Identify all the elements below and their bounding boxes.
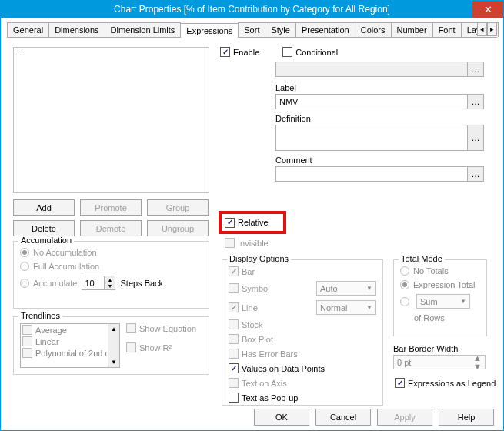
tab-style[interactable]: Style	[265, 22, 295, 37]
tab-presentation[interactable]: Presentation	[295, 22, 355, 37]
popup-checkbox[interactable]	[229, 393, 239, 403]
symbol-checkbox	[229, 283, 239, 293]
tab-expressions[interactable]: Expressions	[180, 23, 239, 38]
tab-general[interactable]: General	[7, 22, 49, 37]
stock-label: Stock	[242, 320, 263, 329]
symbol-combo[interactable]: Auto▼	[316, 281, 376, 296]
titlebar: Chart Properties [% of Item Contribution…	[1, 1, 503, 18]
invisible-label: Invisible	[238, 239, 269, 248]
trend-poly2-checkbox	[22, 348, 32, 358]
legend-checkbox[interactable]	[395, 378, 405, 388]
values-checkbox[interactable]	[229, 363, 239, 373]
demote-button: Demote	[80, 220, 142, 236]
tab-sort[interactable]: Sort	[238, 22, 265, 37]
group-button: Group	[147, 199, 209, 216]
spin-up-icon[interactable]: ▲	[473, 354, 482, 363]
accumulate-n-label: Accumulate	[33, 279, 77, 288]
dialog-footer: OK Cancel Apply Help	[1, 409, 503, 426]
accumulate-n-radio	[20, 279, 29, 288]
no-totals-radio	[400, 266, 409, 276]
display-options-title: Display Options	[227, 254, 291, 263]
errorbars-label: Has Error Bars	[242, 349, 298, 359]
trend-average-checkbox	[22, 325, 32, 335]
label-browse-button[interactable]: …	[467, 94, 484, 109]
chart-properties-dialog: Chart Properties [% of Item Contribution…	[0, 0, 504, 431]
steps-back-label: Steps Back	[120, 279, 163, 288]
tab-number[interactable]: Number	[391, 22, 433, 37]
full-accumulation-radio	[20, 262, 29, 271]
invisible-checkbox	[225, 238, 235, 248]
comment-input[interactable]	[275, 166, 468, 182]
tab-scroll-left[interactable]: ◂	[477, 22, 487, 36]
boxplot-label: Box Plot	[242, 335, 273, 344]
relative-highlight: Relative	[219, 211, 286, 234]
definition-field-label: Definition	[275, 114, 486, 123]
of-rows-label: of Rows	[414, 313, 445, 322]
line-combo[interactable]: Normal▼	[316, 300, 376, 315]
tab-strip: General Dimensions Dimension Limits Expr…	[7, 22, 497, 38]
label-input[interactable]: NMV	[275, 94, 468, 109]
enable-checkbox[interactable]	[220, 47, 230, 57]
invisible-option: Invisible	[225, 238, 269, 248]
promote-button: Promote	[80, 199, 142, 216]
cancel-button[interactable]: Cancel	[315, 409, 371, 426]
trendlines-title: Trendlines	[18, 311, 62, 320]
delete-button[interactable]: Delete	[13, 220, 75, 236]
definition-browse-button[interactable]: …	[467, 125, 484, 151]
popup-label: Text as Pop-up	[242, 393, 298, 403]
tree-item[interactable]: ⋯	[17, 51, 205, 59]
trendlines-group: Trendlines Average Linear Polynomial of …	[13, 316, 209, 375]
apply-button: Apply	[377, 409, 432, 426]
relative-label: Relative	[238, 218, 269, 227]
symbol-label: Symbol	[242, 284, 270, 293]
bar-border-label: Bar Border Width	[393, 344, 487, 353]
no-totals-label: No Totals	[413, 266, 449, 276]
line-checkbox	[229, 302, 239, 312]
comment-browse-button[interactable]: …	[467, 166, 484, 182]
expression-buttons: Add Promote Group Delete Demote Ungroup	[13, 199, 209, 236]
full-accumulation-label: Full Accumulation	[33, 262, 99, 271]
sum-combo: Sum▼	[416, 294, 470, 309]
tab-dimension-limits[interactable]: Dimension Limits	[105, 22, 182, 37]
definition-input[interactable]	[275, 125, 468, 151]
conditional-browse-button[interactable]: …	[467, 62, 484, 77]
chevron-down-icon: ▼	[366, 304, 372, 311]
show-r2-checkbox	[126, 342, 136, 352]
spin-down-icon[interactable]: ▼	[473, 363, 482, 371]
tab-scroll: ◂ ▸	[477, 22, 497, 36]
show-r2-label: Show R²	[139, 343, 172, 352]
dialog-body: ⋯ Enable Conditional … Label NMV …	[1, 38, 503, 415]
ungroup-button: Ungroup	[147, 220, 209, 236]
tab-scroll-right[interactable]: ▸	[487, 22, 497, 36]
trendlines-list[interactable]: Average Linear Polynomial of 2nd d ▲▼	[20, 323, 120, 368]
values-label: Values on Data Points	[242, 364, 325, 373]
bar-border-width: Bar Border Width 0 pt ▲▼	[393, 344, 487, 369]
accumulate-steps-spinner[interactable]: ▲▼	[82, 276, 115, 290]
display-options-group: Display Options Bar Symbol Auto▼ Line No…	[222, 259, 383, 406]
tab-dimensions[interactable]: Dimensions	[48, 22, 105, 37]
spin-down-icon[interactable]: ▼	[105, 283, 115, 290]
accumulation-title: Accumulation	[18, 236, 74, 245]
errorbars-checkbox	[229, 349, 239, 359]
chevron-down-icon: ▼	[460, 298, 466, 305]
ok-button[interactable]: OK	[254, 409, 309, 426]
trend-scrollbar[interactable]: ▲▼	[108, 324, 119, 367]
conditional-checkbox[interactable]	[282, 47, 292, 57]
bar-border-combo[interactable]: 0 pt ▲▼	[393, 355, 486, 369]
spin-up-icon[interactable]: ▲	[105, 276, 115, 283]
tab-font[interactable]: Font	[432, 22, 462, 37]
comment-field-label: Comment	[275, 155, 486, 165]
conditional-label: Conditional	[295, 48, 338, 57]
relative-checkbox[interactable]	[225, 218, 235, 228]
trend-linear-checkbox	[22, 336, 32, 346]
total-mode-title: Total Mode	[399, 254, 445, 263]
bar-checkbox	[229, 266, 239, 276]
expression-tree[interactable]: ⋯	[13, 47, 209, 193]
add-button[interactable]: Add	[13, 199, 75, 216]
help-button[interactable]: Help	[439, 409, 494, 426]
boxplot-checkbox	[229, 334, 239, 344]
accumulate-steps-input[interactable]	[82, 279, 104, 288]
close-button[interactable]: ✕	[472, 1, 503, 18]
right-column: Enable Conditional … Label NMV … Definit…	[220, 47, 486, 182]
tab-colors[interactable]: Colors	[355, 22, 392, 37]
